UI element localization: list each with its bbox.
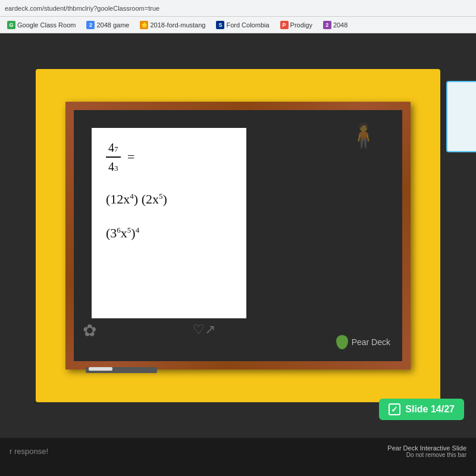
- bookmark-2048-2[interactable]: 2 2048: [320, 20, 351, 30]
- bookmark-icon-ford: S: [216, 21, 224, 29]
- math-expression-1: 47 43 =: [106, 140, 232, 174]
- bookmark-icon-mustang: 🌟: [140, 21, 148, 29]
- bookmark-label-2048: 2048 game: [96, 21, 129, 29]
- bookmark-label-google: Google Class Room: [17, 21, 76, 29]
- flower-decoration: ✿: [83, 321, 96, 340]
- bookmark-ford-mustang[interactable]: 🌟 2018-ford-mustang: [136, 20, 209, 30]
- fraction-denominator: 43: [106, 158, 121, 174]
- bookmark-label-2048-2: 2048: [333, 21, 347, 29]
- bookmark-label-prodigy: Prodigy: [290, 21, 312, 29]
- slide-container: 47 43 = (12x4) (2x5) (36x5)4 🧍 ✿ ♡↗: [36, 69, 440, 402]
- check-icon: ✓: [389, 403, 400, 415]
- chalkboard: 47 43 = (12x4) (2x5) (36x5)4 🧍 ✿ ♡↗: [65, 102, 411, 369]
- chalk-piece: [89, 367, 112, 371]
- pear-icon: [336, 335, 348, 349]
- math-expression-3: (36x5)4: [106, 225, 232, 242]
- bookmark-icon-2048-2: 2: [323, 21, 331, 29]
- slide-indicator-text: Slide 14/27: [405, 404, 455, 415]
- bookmark-icon-prodigy: P: [280, 21, 289, 29]
- do-not-remove-label: Do not remove this bar: [387, 452, 466, 458]
- pear-deck-interactive-label: Pear Deck Interactive Slide: [387, 444, 466, 452]
- bookmark-label-ford: Ford Colombia: [226, 21, 269, 29]
- bookmark-2048[interactable]: 2 2048 game: [83, 20, 133, 30]
- equals-sign-1: =: [127, 149, 134, 164]
- bookmark-prodigy[interactable]: P Prodigy: [277, 20, 316, 30]
- bottom-bar: r response! Pear Deck Interactive Slide …: [0, 438, 476, 464]
- browser-url-bar: eardeck.com/student/thbmclriy?gooleClass…: [0, 0, 476, 17]
- bookmark-google-classroom[interactable]: G Google Class Room: [4, 20, 79, 30]
- pear-deck-watermark: Pear Deck: [336, 335, 390, 349]
- math-card: 47 43 = (12x4) (2x5) (36x5)4: [92, 128, 246, 318]
- right-panel[interactable]: [446, 81, 476, 152]
- fraction-display: 47 43: [106, 140, 121, 174]
- heart-decoration: ♡↗: [193, 322, 215, 337]
- pear-deck-info: Pear Deck Interactive Slide Do not remov…: [387, 444, 466, 458]
- bookmarks-bar: G Google Class Room 2 2048 game 🌟 2018-f…: [0, 17, 476, 33]
- pear-deck-text: Pear Deck: [352, 337, 390, 347]
- bookmark-label-mustang: 2018-ford-mustang: [150, 21, 205, 29]
- fraction-numerator: 47: [106, 140, 121, 158]
- bookmark-icon-2048: 2: [86, 21, 95, 29]
- bookmark-icon-google: G: [7, 21, 15, 29]
- slide-indicator: ✓ Slide 14/27: [379, 399, 464, 420]
- stick-figure-decoration: 🧍: [349, 122, 378, 150]
- main-content: 47 43 = (12x4) (2x5) (36x5)4 🧍 ✿ ♡↗: [0, 33, 476, 438]
- bookmark-ford-colombia[interactable]: S Ford Colombia: [212, 20, 273, 30]
- math-expression-2: (12x4) (2x5): [106, 191, 232, 208]
- url-text: eardeck.com/student/thbmclriy?gooleClass…: [5, 5, 159, 12]
- response-label: r response!: [10, 447, 48, 456]
